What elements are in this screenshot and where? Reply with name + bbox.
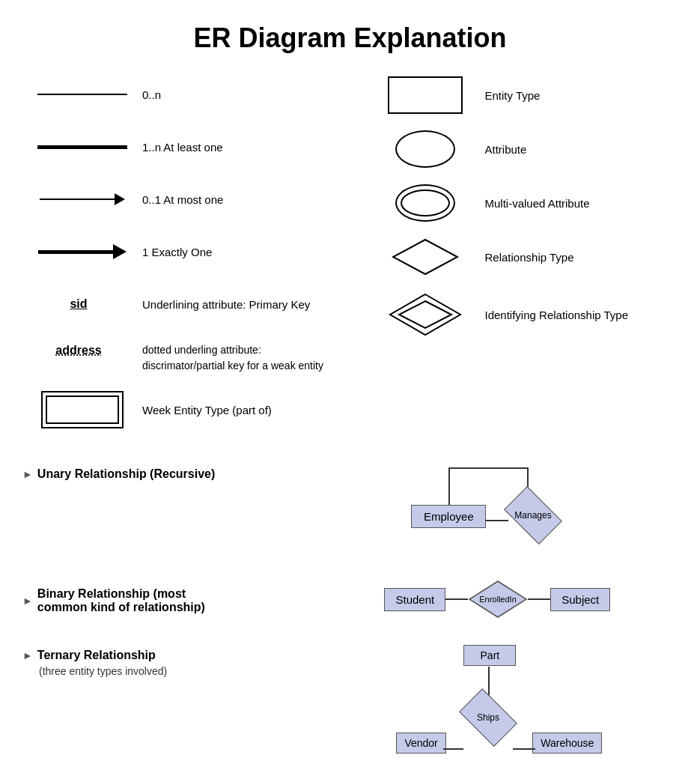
thin-line-symbol: [22, 94, 142, 95]
legend-row-1: 1 Exactly One: [22, 234, 335, 270]
unary-diagram: Employee Manages: [404, 460, 591, 557]
ternary-warehouse-entity: Warehouse: [532, 733, 602, 754]
thin-arrow-symbol: [22, 193, 142, 205]
multi-ellipse-symbol: [365, 184, 485, 222]
diamond-symbol: [365, 238, 485, 276]
unary-down-line: [448, 467, 450, 505]
unary-section: ► Unary Relationship (Recursive) Employe…: [22, 460, 678, 557]
address-label: dotted underling attribute:discrimator/p…: [142, 342, 323, 374]
ternary-title: ► Ternary Relationship: [22, 649, 317, 662]
binary-diamond-svg: EnrolledIn: [468, 580, 528, 619]
unary-title-text: Unary Relationship (Recursive): [37, 467, 215, 481]
legend-section: 0..n 1..n At least one 0..1 At most one: [22, 76, 678, 445]
unary-title: ► Unary Relationship (Recursive): [22, 467, 317, 481]
thick-arrow-icon: [38, 244, 127, 259]
entity-box-symbol: [365, 76, 485, 114]
unary-arrow-icon: ►: [22, 468, 33, 480]
binary-title-text: Binary Relationship (mostcommon kind of …: [37, 587, 205, 614]
multi-ellipse-label: Multi-valued Attribute: [485, 195, 590, 211]
unary-top-h-line: [448, 467, 529, 469]
ternary-section: ► Ternary Relationship (three entity typ…: [22, 641, 678, 770]
binary-diagram: Student EnrolledIn Subject: [384, 580, 610, 619]
ternary-right-line: [513, 748, 535, 750]
double-diamond-symbol: [365, 292, 485, 337]
binary-section: ► Binary Relationship (mostcommon kind o…: [22, 580, 678, 619]
legend-row-1n: 1..n At least one: [22, 129, 335, 165]
page-title: ER Diagram Explanation: [22, 22, 678, 54]
ellipse-symbol: [365, 130, 485, 168]
ternary-diamond-wrap: Ships: [463, 701, 513, 734]
svg-marker-0: [393, 240, 457, 274]
legend-row-01: 0..1 At most one: [22, 181, 335, 217]
binary-left-line: [445, 598, 468, 600]
legend-right: Entity Type Attribute Multi-valued Attri…: [350, 76, 678, 445]
binary-left-entity: Student: [384, 588, 445, 611]
unary-visual: Employee Manages: [317, 460, 678, 557]
thick-arrow-symbol: [22, 244, 142, 259]
entity-box-icon: [388, 76, 463, 114]
double-diamond-icon: [388, 292, 463, 337]
ternary-part-entity: Part: [463, 645, 516, 666]
unary-diamond-wrap: Manages: [508, 499, 558, 532]
sid-label: Underlining attribute: Primary Key: [142, 297, 310, 312]
unary-diamond: Manages: [504, 486, 562, 545]
legend-row-address: address dotted underling attribute:discr…: [22, 339, 335, 375]
ternary-visual: Part Ships Vendor Warehouse: [317, 641, 678, 770]
ternary-diamond-label: Ships: [477, 712, 499, 723]
thick-line-icon: [37, 145, 127, 149]
weak-entity-label: Week Entity Type (part of): [142, 402, 272, 418]
thin-arrow-line: [40, 198, 115, 200]
legend-row-attribute: Attribute: [365, 130, 678, 168]
unary-diamond-label: Manages: [515, 510, 552, 521]
multi-ellipse-icon: [395, 184, 455, 222]
ternary-diagram: Part Ships Vendor Warehouse: [392, 641, 602, 770]
entity-box-label: Entity Type: [485, 88, 541, 103]
ternary-title-text: Ternary Relationship: [37, 649, 156, 662]
thin-arrow-label: 0..1 At most one: [142, 192, 223, 207]
weak-entity-symbol: [22, 391, 142, 428]
binary-diamond-wrap: EnrolledIn: [468, 580, 528, 619]
binary-arrow-icon: ►: [22, 595, 33, 607]
legend-row-entity: Entity Type: [365, 76, 678, 114]
thick-line-symbol: [22, 145, 142, 149]
thick-arrow-label: 1 Exactly One: [142, 244, 212, 260]
binary-right-entity: Subject: [550, 588, 610, 611]
legend-row-identifying: Identifying Relationship Type: [365, 292, 678, 337]
legend-row-multi-attribute: Multi-valued Attribute: [365, 184, 678, 222]
binary-visual: Student EnrolledIn Subject: [317, 580, 678, 619]
address-symbol: address: [22, 342, 142, 357]
thick-arrow-head: [113, 244, 127, 259]
ellipse-icon: [395, 130, 455, 168]
thin-arrow-icon: [40, 193, 125, 205]
address-icon: address: [55, 344, 101, 357]
legend-row-0n: 0..n: [22, 76, 335, 112]
legend-row-sid: sid Underlining attribute: Primary Key: [22, 286, 335, 322]
sid-symbol: sid: [22, 297, 142, 311]
ternary-diamond: Ships: [459, 688, 517, 747]
ternary-vendor-entity: Vendor: [396, 733, 445, 754]
binary-right-line: [528, 598, 550, 600]
ternary-arrow-icon: ►: [22, 649, 33, 661]
thin-arrow-head: [115, 193, 125, 205]
thick-line-label: 1..n At least one: [142, 139, 223, 155]
legend-row-relationship: Relationship Type: [365, 238, 678, 276]
thin-line-icon: [37, 94, 127, 95]
unary-h-line: [486, 520, 508, 521]
legend-row-weak: Week Entity Type (part of): [22, 391, 335, 428]
binary-title: ► Binary Relationship (mostcommon kind o…: [22, 587, 317, 614]
ternary-left-line: [443, 748, 463, 750]
binary-desc: ► Binary Relationship (mostcommon kind o…: [22, 580, 317, 617]
ternary-subtitle: (three entity types involved): [39, 665, 317, 677]
legend-left: 0..n 1..n At least one 0..1 At most one: [22, 76, 350, 445]
ellipse-label: Attribute: [485, 142, 527, 157]
binary-diamond-text: EnrolledIn: [479, 595, 517, 604]
thick-arrow-line: [38, 250, 113, 254]
unary-desc: ► Unary Relationship (Recursive): [22, 460, 317, 484]
unary-entity: Employee: [411, 505, 486, 528]
weak-entity-icon: [41, 391, 124, 428]
sid-icon: sid: [70, 297, 87, 311]
ternary-desc: ► Ternary Relationship (three entity typ…: [22, 641, 317, 677]
double-diamond-label: Identifying Relationship Type: [485, 307, 629, 323]
diamond-icon: [392, 238, 459, 276]
diamond-label: Relationship Type: [485, 249, 574, 265]
